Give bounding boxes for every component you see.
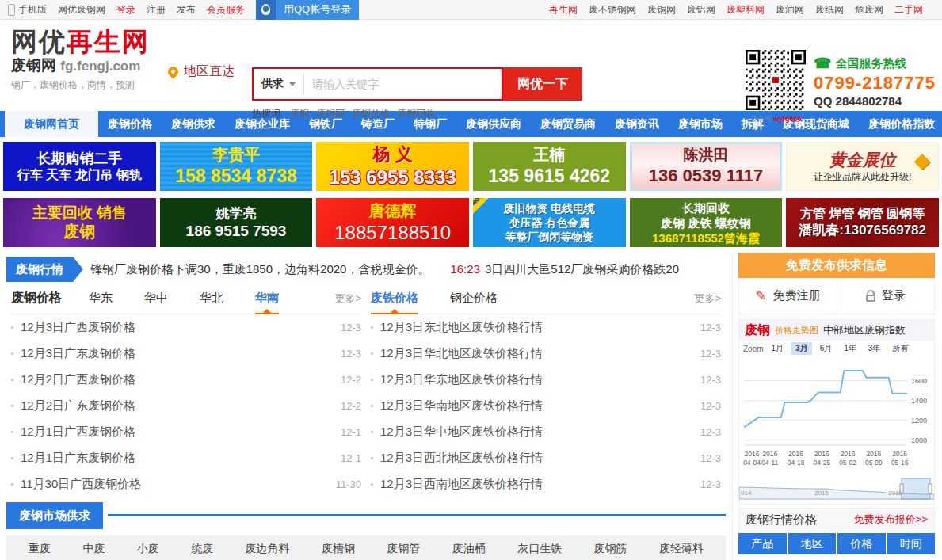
table-header-1[interactable]: 地区 (788, 533, 837, 554)
category-8[interactable]: 灰口生铁 (517, 542, 562, 556)
sister-site-link-6[interactable]: 废纸网 (815, 3, 844, 17)
chart-navigator[interactable]: 01420152016 (739, 477, 934, 504)
ad-banner-4[interactable]: 陈洪田136 0539 1117 (630, 142, 783, 191)
table-header-3[interactable]: 时间 (887, 533, 936, 554)
nav-item-9[interactable]: 废钢资讯 (605, 111, 669, 137)
topbar-link-0[interactable]: 手机版 (18, 3, 47, 17)
list-item[interactable]: 12月3日华东地区废铁价格行情12-3 (371, 367, 721, 393)
topbar-link-4[interactable]: 发布 (177, 3, 196, 17)
list-item[interactable]: 11月30日广西废钢价格11-30 (11, 471, 361, 497)
ad-banner-6[interactable]: 主要回收 销售废钢 (3, 198, 156, 247)
table-header-0[interactable]: 产品 (738, 533, 787, 554)
category-2[interactable]: 小废 (137, 542, 159, 556)
tab-华南[interactable]: 华南 (255, 283, 279, 314)
hot-word-1[interactable]: 废钢网 (316, 107, 345, 120)
list-item[interactable]: 12月3日华中地区废铁价格行情12-3 (371, 419, 721, 445)
sister-site-link-5[interactable]: 废油网 (776, 3, 804, 17)
search-button[interactable]: 网优一下 (503, 67, 582, 101)
qq-login-button[interactable]: 用QQ帐号登录 (256, 0, 359, 20)
tab-华北[interactable]: 华北 (200, 283, 223, 314)
category-0[interactable]: 重废 (29, 542, 51, 556)
sister-site-link-7[interactable]: 危废网 (855, 3, 883, 17)
category-7[interactable]: 废油桶 (452, 542, 486, 556)
banner-line: 让企业品牌从此处升级! (814, 171, 911, 183)
ad-banner-5[interactable]: 黄金展位让企业品牌从此处升级!◆ (786, 142, 939, 191)
list-item[interactable]: 12月3日东北地区废铁价格行情12-3 (371, 314, 721, 341)
nav-item-1[interactable]: 废钢价格 (98, 111, 162, 137)
sister-site-link-1[interactable]: 废不锈钢网 (589, 3, 636, 17)
ad-banner-9[interactable]: 废旧物资 电线电缆变压器 有色金属等整厂倒闭等物资HOT (473, 198, 626, 247)
topbar-link-2[interactable]: 登录 (116, 3, 135, 17)
chart-zoom-3月[interactable]: 3月 (791, 342, 812, 355)
more-link[interactable]: 更多> (334, 291, 361, 306)
ticker-message[interactable]: 锋钢厂废钢价格下调30，重废1850，边角料2020，含税现金价。16:233日… (90, 262, 679, 277)
chart-zoom-6月[interactable]: 6月 (816, 342, 837, 355)
chart-zoom-所有[interactable]: 所有 (888, 342, 912, 355)
publish-quote-link[interactable]: 免费发布报价>> (854, 512, 928, 527)
ad-banner-1[interactable]: 李贵平158 8534 8738 (160, 142, 313, 191)
list-item[interactable]: 12月3日西南地区废铁价格行情12-3 (371, 471, 721, 497)
tab-钢企价格[interactable]: 钢企价格 (450, 283, 498, 314)
hot-word-0[interactable]: 废钢 (290, 107, 309, 120)
topbar-link-3[interactable]: 注册 (147, 3, 166, 17)
tab-华东[interactable]: 华东 (89, 283, 113, 314)
category-3[interactable]: 统废 (191, 542, 213, 556)
category-10[interactable]: 废轻薄料 (659, 542, 704, 556)
search-category-value: 供求 (261, 77, 284, 91)
ad-banner-11[interactable]: 方管 焊管 钢管 圆钢等潘凯春:13076569782 (786, 198, 939, 247)
search-input[interactable] (304, 70, 502, 98)
chart-zoom-1月[interactable]: 1月 (768, 342, 788, 355)
more-link[interactable]: 更多> (694, 291, 721, 306)
category-4[interactable]: 废边角料 (246, 542, 290, 556)
nav-item-2[interactable]: 废钢供求 (162, 111, 225, 137)
list-item[interactable]: 12月3日西北地区废铁价格行情12-3 (371, 445, 721, 471)
list-item[interactable]: 12月2日广西废钢价格12-2 (11, 367, 361, 393)
ad-banner-3[interactable]: 王楠135 9615 4262 (473, 142, 626, 191)
chart-zoom-3年[interactable]: 3年 (864, 342, 885, 355)
category-1[interactable]: 中废 (82, 542, 105, 556)
sister-site-link-8[interactable]: 二手网 (894, 3, 923, 17)
nav-item-10[interactable]: 废钢市场 (669, 111, 732, 137)
chart-zoom-1年[interactable]: 1年 (840, 342, 860, 355)
list-item[interactable]: 12月2日广东废钢价格12-2 (11, 393, 361, 419)
ad-banner-0[interactable]: 长期购销二手行车 天车 龙门吊 钢轨 (3, 142, 156, 191)
hot-word-3[interactable]: 废钢回收 (397, 107, 435, 120)
list-item[interactable]: 12月3日广西废钢价格12-3 (11, 314, 361, 341)
market-section-tab[interactable]: 废钢市场供求 (6, 502, 103, 529)
ad-banner-8[interactable]: 唐德辉18857188510 (316, 198, 469, 247)
list-item[interactable]: 12月1日广东废钢价格12-1 (11, 445, 361, 471)
search-category-dropdown[interactable]: 供求 (254, 77, 303, 91)
category-6[interactable]: 废钢管 (387, 542, 420, 556)
list-item[interactable]: 12月3日广东废钢价格12-3 (11, 341, 361, 367)
region-direct-link[interactable]: 地区直达 (168, 63, 235, 80)
free-register-button[interactable]: ✎ 免费注册 (739, 278, 837, 314)
topbar: 手机版网优废钢网登录注册发布会员服务 用QQ帐号登录 再生网废不锈钢网废铜网废铝… (0, 0, 942, 20)
topbar-link-5[interactable]: 会员服务 (207, 3, 245, 17)
login-button[interactable]: 登录 (837, 278, 935, 314)
chart-title-sub: 价格走势图 (775, 325, 818, 337)
list-item[interactable]: 12月3日华北地区废铁价格行情12-3 (371, 341, 721, 367)
table-cell: 1400 (837, 556, 886, 560)
ad-banner-2[interactable]: 杨 义153 6955 8333 (316, 142, 469, 191)
banner-line: 王楠 (533, 145, 565, 165)
ad-banner-7[interactable]: 姚学亮186 9515 7593 (160, 198, 313, 247)
sister-site-link-0[interactable]: 再生网 (549, 3, 578, 17)
publish-supply-demand-button[interactable]: 免费发布供求信息 (738, 253, 935, 278)
sister-site-link-4[interactable]: 废塑料网 (727, 3, 765, 17)
svg-text:2016: 2016 (866, 450, 881, 458)
category-5[interactable]: 废槽钢 (322, 542, 355, 556)
nav-item-0[interactable]: 废钢网首页 (5, 111, 98, 137)
category-9[interactable]: 废钢筋 (594, 542, 627, 556)
sister-site-link-2[interactable]: 废铜网 (647, 3, 676, 17)
table-header-2[interactable]: 价格 (837, 533, 886, 554)
sister-site-link-3[interactable]: 废铝网 (687, 3, 715, 17)
hot-word-2[interactable]: 废钢价格 (352, 107, 390, 120)
price-line-chart[interactable]: 1000120014001600201604-04201604-11201604… (739, 356, 934, 474)
site-logo[interactable]: 网优再生网 废钢网 fg.fengj.com 钢厂，废钢价格，商情，预测 (11, 28, 150, 92)
ad-banner-10[interactable]: 长期回收废钢 废铁 螺纹钢13687118552曾海霞 (630, 198, 783, 247)
list-item[interactable]: 12月3日华南地区废铁价格行情12-3 (371, 393, 721, 419)
tab-华中[interactable]: 华中 (144, 283, 168, 314)
tab-废铁价格[interactable]: 废铁价格 (371, 283, 418, 314)
list-item[interactable]: 12月1日广西废钢价格12-1 (11, 419, 361, 445)
topbar-link-1[interactable]: 网优废钢网 (58, 3, 105, 17)
